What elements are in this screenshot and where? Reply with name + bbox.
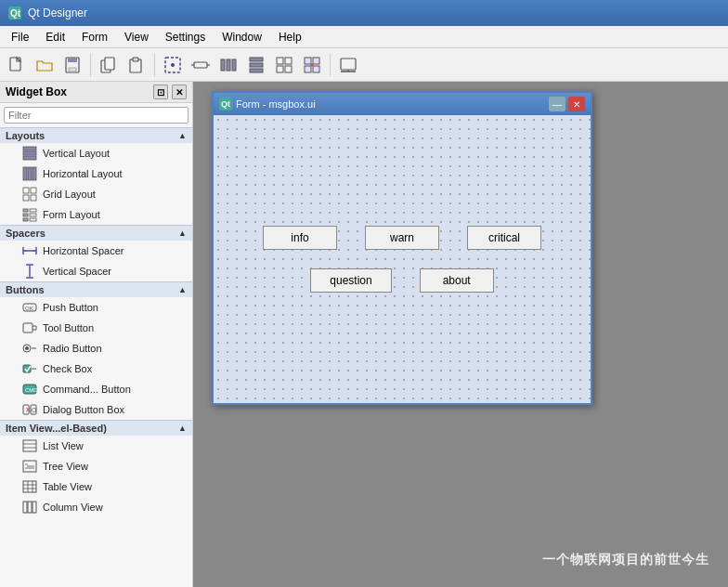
toolbar-adjust[interactable]: [188, 52, 214, 78]
column-view-label: Column View: [43, 502, 103, 513]
svg-rect-84: [32, 502, 36, 513]
svg-rect-49: [30, 218, 36, 221]
form-title-icon: Qt: [219, 98, 232, 111]
menu-edit[interactable]: Edit: [38, 29, 72, 46]
widget-box-close-btn[interactable]: ✕: [172, 85, 187, 99]
form-content[interactable]: info warn critical question about: [214, 115, 591, 403]
svg-rect-41: [31, 188, 36, 193]
widget-horizontal-spacer[interactable]: Horizontal Spacer: [0, 241, 192, 261]
form-btn-about[interactable]: about: [420, 268, 494, 293]
svg-rect-24: [285, 66, 292, 72]
svg-rect-25: [305, 58, 311, 64]
svg-rect-39: [32, 167, 36, 180]
svg-text:OK: OK: [25, 306, 33, 311]
radio-button-icon: [22, 341, 37, 356]
menu-file[interactable]: File: [4, 29, 36, 46]
push-button-icon: OK: [22, 300, 37, 315]
svg-point-60: [25, 346, 29, 350]
widget-horizontal-layout[interactable]: Horizontal Layout: [0, 163, 192, 184]
widget-vertical-layout[interactable]: Vertical Layout: [0, 143, 192, 163]
table-view-label: Table View: [43, 481, 92, 492]
form-minimize-btn[interactable]: —: [549, 97, 566, 111]
widget-form-layout[interactable]: Form Layout: [0, 204, 192, 225]
widget-dialog-button-box[interactable]: ✕OK Dialog Button Box: [0, 399, 192, 420]
category-item-views[interactable]: Item View...el-Based) ▲: [0, 420, 192, 436]
toolbar-preview[interactable]: [335, 52, 361, 78]
widget-command-button[interactable]: CMD Command... Button: [0, 379, 192, 399]
widget-vertical-spacer[interactable]: Vertical Spacer: [0, 261, 192, 281]
svg-rect-26: [313, 58, 319, 64]
list-view-label: List View: [43, 440, 84, 451]
menu-settings[interactable]: Settings: [158, 29, 213, 46]
toolbar-sep-1: [90, 54, 91, 76]
menu-form[interactable]: Form: [74, 29, 115, 46]
widget-table-view[interactable]: Table View: [0, 476, 192, 497]
svg-rect-15: [221, 59, 225, 71]
app-icon: Qt: [7, 6, 22, 20]
list-view-icon: [22, 438, 37, 453]
form-btn-info[interactable]: info: [263, 226, 337, 250]
category-spacers-arrow: ▲: [178, 228, 187, 238]
form-btn-question[interactable]: question: [310, 268, 391, 293]
check-box-label: Check Box: [43, 363, 92, 374]
svg-text:Qt: Qt: [10, 8, 21, 19]
widget-tree-view[interactable]: Tree View: [0, 456, 192, 476]
svg-rect-23: [277, 66, 283, 72]
vertical-layout-icon: [22, 146, 37, 161]
svg-text:OK: OK: [32, 407, 37, 413]
form-layout-label: Form Layout: [43, 209, 100, 220]
toolbar-layout-h[interactable]: [215, 52, 241, 78]
widget-check-box[interactable]: Check Box: [0, 359, 192, 379]
svg-rect-19: [250, 63, 263, 67]
form-btn-warn[interactable]: warn: [365, 226, 439, 250]
svg-rect-42: [23, 195, 29, 201]
svg-rect-17: [232, 59, 236, 71]
category-spacers[interactable]: Spacers ▲: [0, 225, 192, 241]
widget-box: Widget Box ⊡ ✕ Layouts ▲ Vertical Layout: [0, 82, 193, 587]
widget-list-view[interactable]: List View: [0, 436, 192, 456]
watermark: 一个物联网项目的前世今生: [542, 552, 709, 568]
category-buttons[interactable]: Buttons ▲: [0, 281, 192, 297]
category-buttons-label: Buttons: [6, 284, 45, 295]
toolbar-open[interactable]: [32, 52, 58, 78]
tool-button-icon: [22, 320, 37, 335]
menu-help[interactable]: Help: [271, 29, 309, 46]
svg-rect-22: [285, 58, 292, 64]
form-title-bar: Qt Form - msgbox.ui — ✕: [214, 93, 591, 115]
widget-radio-button[interactable]: Radio Button: [0, 338, 192, 359]
toolbar-layout-grid[interactable]: [271, 52, 297, 78]
form-close-btn[interactable]: ✕: [568, 97, 585, 111]
app-title-bar: Qt Qt Designer: [0, 0, 728, 26]
toolbar-new[interactable]: [4, 52, 30, 78]
toolbar-save[interactable]: [59, 52, 85, 78]
column-view-icon: [22, 500, 37, 515]
widget-push-button[interactable]: OK Push Button: [0, 297, 192, 318]
widget-grid-layout[interactable]: Grid Layout: [0, 184, 192, 204]
widget-filter-input[interactable]: [4, 107, 188, 124]
toolbar-select[interactable]: [160, 52, 186, 78]
radio-button-label: Radio Button: [43, 343, 102, 354]
tree-view-icon: [22, 459, 37, 474]
grid-layout-icon: [22, 187, 37, 202]
toolbar-copy[interactable]: [96, 52, 122, 78]
widget-box-float-btn[interactable]: ⊡: [153, 85, 168, 99]
toolbar-break-layout[interactable]: [299, 52, 325, 78]
widget-column-view[interactable]: Column View: [0, 497, 192, 517]
svg-rect-40: [23, 188, 29, 193]
toolbar-paste[interactable]: [124, 52, 150, 78]
menu-view[interactable]: View: [117, 29, 156, 46]
widget-tool-button[interactable]: Tool Button: [0, 318, 192, 338]
widget-box-header-btns: ⊡ ✕: [153, 85, 187, 99]
form-btn-critical[interactable]: critical: [467, 226, 541, 250]
svg-point-11: [171, 63, 175, 67]
svg-rect-12: [194, 62, 207, 68]
menu-bar: File Edit Form View Settings Window Help: [0, 26, 728, 48]
form-title-text: Form - msgbox.ui: [236, 98, 545, 110]
menu-window[interactable]: Window: [214, 29, 269, 46]
category-layouts[interactable]: Layouts ▲: [0, 127, 192, 143]
svg-rect-21: [277, 58, 283, 64]
toolbar-layout-v[interactable]: [243, 52, 269, 78]
svg-rect-43: [31, 195, 36, 201]
svg-rect-58: [23, 323, 32, 333]
command-button-icon: CMD: [22, 382, 37, 397]
